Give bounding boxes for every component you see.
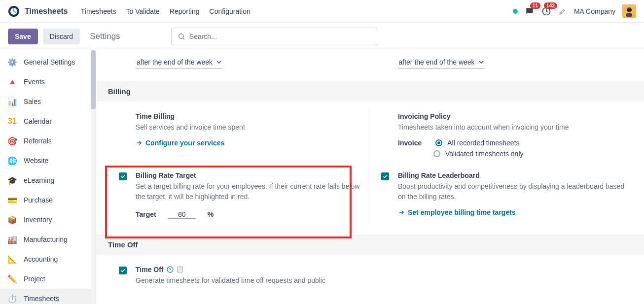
events-icon: 🔺: [7, 76, 18, 87]
search-icon: [178, 33, 185, 40]
setting-title: Time Off: [136, 266, 365, 273]
timesheets-icon: ⏱️: [7, 293, 18, 304]
sidebar-item-referrals[interactable]: 🎯Referrals: [0, 131, 96, 151]
setting-title: Billing Rate Target: [136, 171, 365, 179]
setting-desc: Sell services and invoice time spent: [136, 122, 365, 132]
sidebar-item-accounting[interactable]: 📐Accounting: [0, 249, 96, 269]
search-box[interactable]: [171, 28, 378, 45]
caret-down-icon: [479, 60, 484, 65]
content: after the end of the week after the end …: [96, 50, 644, 304]
discard-button[interactable]: Discard: [43, 29, 80, 44]
setting-desc: Generate timesheets for validated time o…: [136, 275, 365, 285]
purchase-icon: 💳: [7, 195, 18, 205]
employee-reminder-select[interactable]: after the end of the week: [136, 57, 222, 68]
section-header-time-off: Time Off: [96, 235, 644, 255]
setting-title: Billing Rate Leaderboard: [398, 171, 627, 179]
control-panel: Save Discard Settings: [0, 23, 644, 50]
accounting-icon: 📐: [7, 254, 18, 265]
setting-desc: Timesheets taken into account when invoi…: [398, 122, 627, 132]
setting-title: Invoicing Policy: [398, 112, 627, 120]
setting-desc: Set a target billing rate for your emplo…: [136, 181, 365, 202]
set-employee-targets-link[interactable]: Set employee billing time targets: [398, 208, 516, 216]
sidebar-item-label: Website: [24, 157, 48, 165]
activities-badge: 142: [544, 2, 557, 9]
sidebar-item-label: Manufacturing: [24, 236, 68, 243]
svg-rect-9: [178, 267, 182, 272]
setting-billing-rate-target: Billing Rate Target Set a target billing…: [108, 165, 370, 226]
sidebar-item-timesheets[interactable]: ⏱️Timesheets: [0, 289, 96, 304]
company-name[interactable]: MA Company: [574, 7, 615, 15]
manufacturing-icon: 🏭: [7, 234, 18, 245]
presence-dot: [513, 9, 518, 14]
navbar: Timesheets Timesheets To Validate Report…: [0, 0, 644, 23]
select-value: after the end of the week: [399, 58, 475, 66]
sidebar-item-website[interactable]: 🌐Website: [0, 151, 96, 170]
messages-badge: 11: [530, 2, 540, 9]
target-unit: %: [208, 210, 214, 218]
nav-menu-to-validate[interactable]: To Validate: [126, 7, 160, 15]
messages-icon[interactable]: 11: [525, 6, 535, 16]
radio-validated-only[interactable]: [433, 150, 440, 157]
sidebar-item-sales[interactable]: 📊Sales: [0, 92, 96, 111]
sidebar-item-elearning[interactable]: 🎓eLearning: [0, 170, 96, 190]
avatar[interactable]: [622, 4, 636, 18]
sales-icon: 📊: [7, 96, 18, 107]
radio-all-recorded[interactable]: [435, 139, 442, 146]
checkbox-billing-rate-target[interactable]: [119, 172, 127, 180]
sidebar-scrollbar-thumb[interactable]: [91, 50, 96, 109]
link-label: Configure your services: [145, 139, 224, 147]
arrow-right-icon: [136, 139, 143, 146]
search-input[interactable]: [189, 33, 372, 40]
setting-billing-rate-leaderboard: Billing Rate Leaderboard Boost productiv…: [370, 165, 632, 226]
sidebar-item-project[interactable]: ✏️Project: [0, 269, 96, 289]
breadcrumb-title: Settings: [90, 32, 120, 41]
target-input[interactable]: [168, 210, 196, 219]
sidebar-item-inventory[interactable]: 📦Inventory: [0, 210, 96, 230]
sidebar-item-label: Timesheets: [24, 295, 59, 303]
sidebar-item-label: Inventory: [24, 216, 52, 224]
select-value: after the end of the week: [137, 58, 213, 66]
svg-rect-5: [626, 13, 632, 17]
link-label: Set employee billing time targets: [408, 208, 516, 216]
nav-menu-timesheets[interactable]: Timesheets: [81, 7, 116, 15]
configure-services-link[interactable]: Configure your services: [136, 139, 224, 147]
sidebar: ⚙️General Settings 🔺Events 📊Sales 31Cale…: [0, 50, 96, 304]
main: ⚙️General Settings 🔺Events 📊Sales 31Cale…: [0, 50, 644, 304]
website-icon: 🌐: [7, 155, 18, 166]
sidebar-item-calendar[interactable]: 31Calendar: [0, 111, 96, 131]
nav-menus: Timesheets To Validate Reporting Configu…: [81, 7, 250, 15]
checkbox-billing-rate-leaderboard[interactable]: [381, 172, 389, 180]
building-icon[interactable]: [177, 266, 183, 273]
sidebar-item-manufacturing[interactable]: 🏭Manufacturing: [0, 230, 96, 249]
question-icon[interactable]: [167, 266, 174, 273]
brand[interactable]: Timesheets: [8, 5, 68, 17]
navbar-right: 11 142 MA Company: [513, 4, 636, 18]
sidebar-item-label: Project: [24, 275, 45, 283]
manager-reminder-select[interactable]: after the end of the week: [398, 57, 485, 68]
setting-invoicing-policy: Invoicing Policy Timesheets taken into a…: [370, 105, 632, 165]
sidebar-item-label: Sales: [24, 98, 41, 105]
radio-label: All recorded timesheets: [447, 139, 519, 147]
nav-menu-reporting[interactable]: Reporting: [170, 7, 200, 15]
svg-rect-6: [627, 9, 632, 11]
nav-menu-configuration[interactable]: Configuration: [210, 7, 250, 15]
save-button[interactable]: Save: [8, 29, 38, 44]
sidebar-item-label: eLearning: [24, 176, 54, 184]
sidebar-item-label: Referrals: [24, 137, 52, 145]
checkbox-time-off[interactable]: [119, 267, 127, 274]
sidebar-item-purchase[interactable]: 💳Purchase: [0, 190, 96, 210]
tools-icon[interactable]: [558, 7, 567, 16]
sidebar-item-general-settings[interactable]: ⚙️General Settings: [0, 52, 96, 72]
elearning-icon: 🎓: [7, 175, 18, 186]
sidebar-item-label: Accounting: [24, 255, 58, 263]
activities-icon[interactable]: 142: [541, 6, 551, 16]
project-icon: ✏️: [7, 273, 18, 284]
calendar-icon: 31: [7, 116, 18, 127]
section-header-billing: Billing: [96, 81, 644, 101]
invoice-label: Invoice: [398, 139, 422, 147]
brand-label: Timesheets: [25, 7, 68, 16]
gear-icon: ⚙️: [7, 57, 18, 68]
inventory-icon: 📦: [7, 214, 18, 225]
sidebar-item-events[interactable]: 🔺Events: [0, 72, 96, 92]
sidebar-item-label: Events: [24, 78, 45, 86]
